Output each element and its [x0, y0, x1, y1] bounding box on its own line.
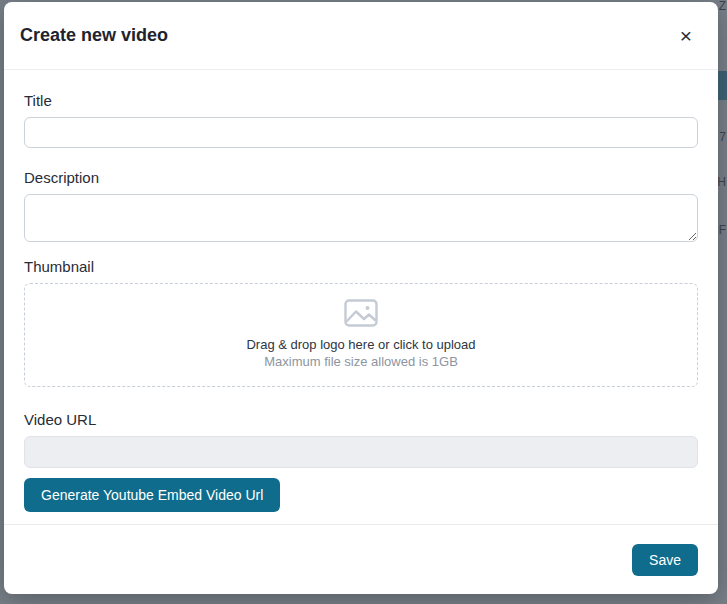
backdrop-fragment: F: [719, 224, 726, 236]
backdrop-fragment: H: [718, 176, 726, 188]
backdrop-fragment: Z: [719, 0, 726, 12]
close-icon[interactable]: ×: [680, 25, 692, 46]
save-button[interactable]: Save: [632, 544, 698, 576]
modal-footer: Save: [4, 524, 718, 594]
thumbnail-field-group: Thumbnail Drag & drop logo here or click…: [24, 258, 698, 387]
backdrop-strip: Z 7 H F: [718, 0, 727, 604]
thumbnail-dropzone[interactable]: Drag & drop logo here or click to upload…: [24, 283, 698, 387]
modal-header: Create new video ×: [4, 2, 718, 70]
image-icon: [344, 299, 378, 331]
title-label: Title: [24, 92, 698, 109]
video-url-input: [24, 436, 698, 468]
description-label: Description: [24, 169, 698, 186]
video-url-field-group: Video URL: [24, 411, 698, 468]
backdrop-teal-block: [718, 71, 727, 100]
modal-body: Title Description Thumbnail Drag & drop …: [4, 70, 718, 524]
dropzone-text: Drag & drop logo here or click to upload: [246, 337, 475, 353]
dropzone-hint: Maximum file size allowed is 1GB: [264, 353, 458, 371]
thumbnail-label: Thumbnail: [24, 258, 698, 275]
description-textarea[interactable]: [24, 194, 698, 242]
title-field-group: Title: [24, 92, 698, 148]
video-url-label: Video URL: [24, 411, 698, 428]
create-video-modal: Create new video × Title Description Thu…: [4, 2, 718, 594]
modal-title: Create new video: [20, 25, 168, 46]
backdrop-fragment: 7: [719, 131, 726, 143]
generate-youtube-url-button[interactable]: Generate Youtube Embed Video Url: [24, 478, 280, 512]
description-field-group: Description: [24, 169, 698, 242]
title-input[interactable]: [24, 117, 698, 148]
